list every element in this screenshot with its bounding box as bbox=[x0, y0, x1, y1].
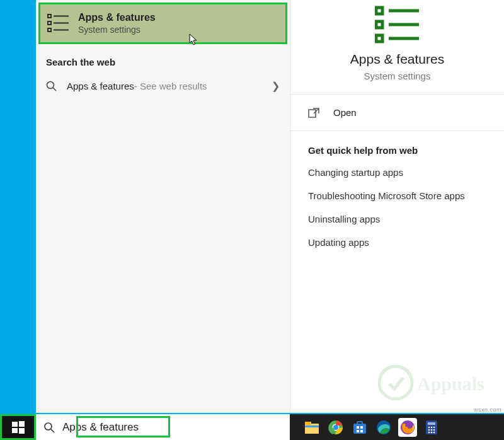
detail-hero: Apps & features System settings bbox=[290, 0, 504, 94]
svg-rect-1 bbox=[48, 21, 51, 25]
web-section-header: Search the web bbox=[36, 47, 290, 74]
svg-point-40 bbox=[428, 426, 430, 428]
apps-features-icon bbox=[47, 12, 69, 35]
svg-point-45 bbox=[433, 429, 435, 431]
open-label: Open bbox=[333, 107, 357, 118]
svg-rect-19 bbox=[19, 421, 25, 427]
firefox-icon[interactable] bbox=[398, 418, 417, 437]
best-match-subtitle: System settings bbox=[78, 25, 282, 35]
svg-point-6 bbox=[47, 82, 54, 89]
start-button[interactable] bbox=[0, 414, 36, 440]
detail-title: Apps & features bbox=[297, 52, 498, 67]
svg-line-23 bbox=[51, 429, 54, 432]
detail-column: Apps & features System settings Open Get… bbox=[290, 0, 504, 413]
help-title: Get quick help from web bbox=[308, 145, 486, 156]
results-column: Apps & features System settings Search t… bbox=[36, 0, 290, 413]
best-match-result[interactable]: Apps & features System settings bbox=[38, 3, 287, 44]
svg-rect-26 bbox=[305, 426, 319, 427]
web-result-row[interactable]: Apps & features - See web results ❯ bbox=[36, 74, 290, 98]
microsoft-store-icon[interactable] bbox=[350, 418, 369, 437]
svg-rect-14 bbox=[309, 110, 316, 117]
svg-point-48 bbox=[433, 431, 435, 433]
svg-point-41 bbox=[431, 426, 433, 428]
svg-rect-0 bbox=[48, 14, 51, 18]
svg-rect-2 bbox=[48, 28, 51, 32]
best-match-text: Apps & features System settings bbox=[78, 12, 282, 35]
calculator-icon[interactable] bbox=[422, 418, 441, 437]
svg-rect-20 bbox=[12, 428, 18, 433]
svg-rect-31 bbox=[357, 422, 362, 424]
svg-point-43 bbox=[428, 429, 430, 431]
svg-rect-35 bbox=[360, 430, 363, 432]
help-link-store[interactable]: Troubleshooting Microsoft Store apps bbox=[308, 190, 486, 201]
svg-rect-21 bbox=[19, 428, 25, 434]
attribution-text: wsxn.com bbox=[474, 407, 501, 413]
web-result-label: Apps & features bbox=[67, 81, 134, 91]
svg-rect-33 bbox=[360, 426, 363, 429]
svg-rect-25 bbox=[305, 422, 311, 425]
svg-point-46 bbox=[428, 431, 430, 433]
windows-logo-icon bbox=[12, 421, 25, 434]
mouse-cursor-icon bbox=[189, 33, 199, 46]
svg-line-15 bbox=[314, 108, 319, 113]
svg-rect-34 bbox=[357, 430, 359, 432]
svg-rect-24 bbox=[305, 424, 319, 434]
web-result-suffix: - See web results bbox=[134, 81, 207, 91]
best-match-title: Apps & features bbox=[78, 12, 282, 23]
search-icon bbox=[46, 81, 57, 91]
search-icon bbox=[43, 422, 55, 433]
svg-rect-30 bbox=[353, 424, 366, 434]
svg-point-42 bbox=[433, 426, 435, 428]
help-block: Get quick help from web Changing startup… bbox=[290, 131, 504, 274]
svg-point-47 bbox=[431, 431, 433, 433]
watermark-logo: Appuals bbox=[378, 365, 498, 400]
detail-subtitle: System settings bbox=[297, 71, 498, 81]
taskbar-search-bar[interactable] bbox=[36, 414, 290, 440]
svg-point-44 bbox=[431, 429, 433, 431]
chrome-icon[interactable] bbox=[326, 418, 345, 437]
edge-icon[interactable] bbox=[374, 418, 393, 437]
open-icon bbox=[308, 108, 319, 118]
taskbar bbox=[0, 414, 504, 440]
help-link-update[interactable]: Updating apps bbox=[308, 237, 486, 248]
svg-rect-39 bbox=[428, 422, 435, 425]
help-link-startup[interactable]: Changing startup apps bbox=[308, 167, 486, 178]
svg-rect-8 bbox=[376, 8, 382, 14]
svg-text:Appuals: Appuals bbox=[417, 373, 484, 394]
svg-point-16 bbox=[379, 366, 412, 399]
windows-search-panel: Apps & features System settings Search t… bbox=[36, 0, 504, 413]
search-input[interactable] bbox=[62, 414, 290, 440]
open-action[interactable]: Open bbox=[290, 95, 504, 130]
svg-point-22 bbox=[45, 423, 52, 430]
chevron-right-icon[interactable]: ❯ bbox=[272, 80, 280, 92]
help-link-uninstall[interactable]: Uninstalling apps bbox=[308, 214, 486, 224]
svg-line-7 bbox=[53, 88, 56, 91]
svg-rect-18 bbox=[12, 422, 18, 427]
svg-rect-9 bbox=[376, 21, 382, 28]
svg-rect-32 bbox=[357, 426, 359, 429]
apps-features-large-icon bbox=[375, 5, 420, 44]
file-explorer-icon[interactable] bbox=[302, 418, 321, 437]
svg-rect-10 bbox=[376, 35, 382, 42]
taskbar-pinned-apps bbox=[302, 418, 441, 437]
